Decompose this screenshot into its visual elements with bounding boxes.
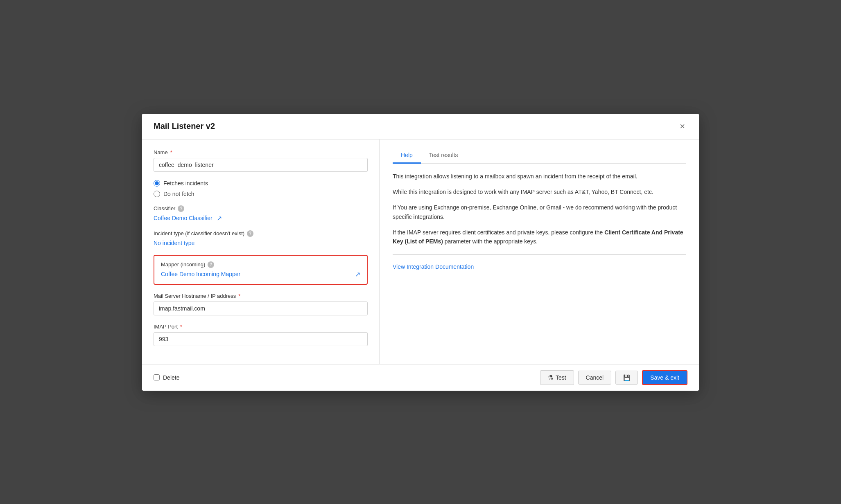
save-icon-button[interactable]: 💾 bbox=[615, 371, 638, 385]
cancel-button[interactable]: Cancel bbox=[578, 371, 612, 385]
mail-server-required-star: * bbox=[238, 293, 240, 299]
test-button[interactable]: ⚗ Test bbox=[540, 370, 574, 385]
modal-backdrop: Mail Listener v2 × Name * bbox=[0, 0, 841, 504]
close-button[interactable]: × bbox=[677, 121, 687, 132]
help-text-1: This integration allows listening to a m… bbox=[393, 172, 686, 181]
radio-group: Fetches incidents Do not fetch bbox=[154, 180, 368, 197]
right-panel: Help Test results This integration allow… bbox=[380, 140, 699, 364]
classifier-ext-link-icon[interactable]: ↗ bbox=[217, 214, 222, 222]
test-icon: ⚗ bbox=[548, 374, 553, 381]
help-text-3: If You are using Exchange on-premise, Ex… bbox=[393, 203, 686, 221]
footer-left: Delete bbox=[154, 374, 179, 381]
classifier-help-icon[interactable]: ? bbox=[178, 205, 184, 212]
mapper-ext-link-icon[interactable]: ↗ bbox=[355, 270, 360, 278]
imap-port-input[interactable] bbox=[154, 332, 368, 346]
incident-type-link[interactable]: No incident type bbox=[154, 240, 194, 246]
do-not-fetch-radio[interactable]: Do not fetch bbox=[154, 191, 368, 197]
incident-type-label: Incident type (if classifier doesn't exi… bbox=[154, 230, 368, 237]
help-text-2: While this integration is designed to wo… bbox=[393, 187, 686, 196]
left-panel: Name * Fetches incidents Do not fetch bbox=[142, 140, 380, 364]
modal-dialog: Mail Listener v2 × Name * bbox=[142, 114, 699, 391]
modal-title: Mail Listener v2 bbox=[154, 122, 215, 131]
view-docs-link[interactable]: View Integration Documentation bbox=[393, 263, 474, 270]
fetches-incidents-input[interactable] bbox=[154, 180, 160, 187]
help-text-4: If the IMAP server requires client certi… bbox=[393, 228, 686, 246]
mail-server-field-group: Mail Server Hostname / IP address * bbox=[154, 293, 368, 315]
fetches-incidents-radio[interactable]: Fetches incidents bbox=[154, 180, 368, 187]
delete-checkbox[interactable] bbox=[154, 374, 160, 380]
imap-port-label: IMAP Port * bbox=[154, 324, 368, 330]
mapper-label: Mapper (incoming) ? bbox=[161, 261, 360, 268]
save-disk-icon: 💾 bbox=[623, 374, 630, 381]
mapper-link[interactable]: Coffee Demo Incoming Mapper bbox=[161, 271, 240, 277]
name-required-star: * bbox=[170, 149, 172, 155]
classifier-label: Classifier ? bbox=[154, 205, 368, 212]
name-label: Name * bbox=[154, 149, 368, 155]
do-not-fetch-input[interactable] bbox=[154, 191, 160, 197]
name-field-group: Name * bbox=[154, 149, 368, 172]
delete-label: Delete bbox=[163, 374, 179, 381]
classifier-link[interactable]: Coffee Demo Classifier bbox=[154, 215, 213, 221]
mapper-help-icon[interactable]: ? bbox=[208, 261, 214, 268]
mail-server-label: Mail Server Hostname / IP address * bbox=[154, 293, 368, 299]
modal-body: Name * Fetches incidents Do not fetch bbox=[142, 140, 699, 364]
save-exit-button[interactable]: Save & exit bbox=[642, 370, 687, 385]
tabs: Help Test results bbox=[393, 148, 686, 164]
incident-type-field-group: Incident type (if classifier doesn't exi… bbox=[154, 230, 368, 247]
footer-right: ⚗ Test Cancel 💾 Save & exit bbox=[540, 370, 687, 385]
imap-port-required-star: * bbox=[180, 324, 182, 330]
tab-help[interactable]: Help bbox=[393, 148, 421, 164]
help-divider bbox=[393, 254, 686, 255]
mapper-content: Coffee Demo Incoming Mapper ↗ bbox=[161, 270, 360, 278]
incident-type-help-icon[interactable]: ? bbox=[247, 230, 253, 237]
classifier-field-group: Classifier ? Coffee Demo Classifier ↗ bbox=[154, 205, 368, 222]
modal-footer: Delete ⚗ Test Cancel 💾 Save & exit bbox=[142, 364, 699, 391]
modal-header: Mail Listener v2 × bbox=[142, 114, 699, 140]
mapper-box: Mapper (incoming) ? Coffee Demo Incoming… bbox=[154, 255, 368, 285]
imap-port-field-group: IMAP Port * bbox=[154, 324, 368, 346]
name-input[interactable] bbox=[154, 158, 368, 172]
help-content: This integration allows listening to a m… bbox=[393, 172, 686, 270]
tab-test-results[interactable]: Test results bbox=[421, 148, 466, 164]
mail-server-input[interactable] bbox=[154, 302, 368, 315]
classifier-field-with-icon: Coffee Demo Classifier ↗ bbox=[154, 214, 368, 222]
